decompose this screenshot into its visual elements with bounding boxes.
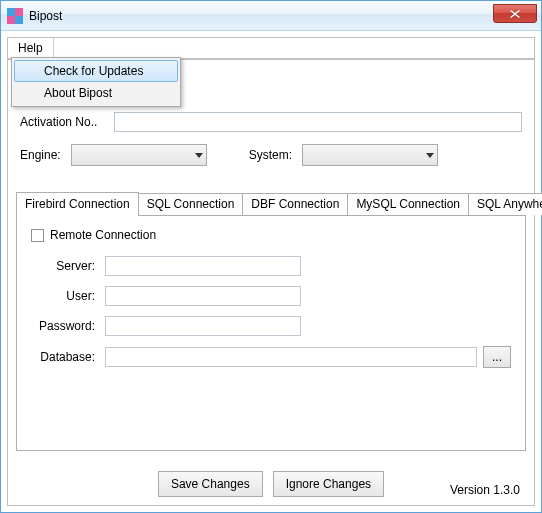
app-icon [7,8,23,24]
database-label: Database: [31,350,105,364]
user-label: User: [31,289,105,303]
connection-tabs: Firebird Connection SQL Connection DBF C… [16,192,526,451]
password-input[interactable] [105,316,301,336]
activation-label: Activation No.. [20,115,114,129]
remote-connection-checkbox[interactable] [31,229,44,242]
save-button[interactable]: Save Changes [158,471,263,497]
user-input[interactable] [105,286,301,306]
tab-mysql[interactable]: MySQL Connection [347,193,469,215]
database-input[interactable] [105,347,477,367]
activation-input[interactable] [114,112,522,132]
menu-bar: Help [7,37,535,59]
browse-button[interactable]: ... [483,346,511,368]
tab-dbf[interactable]: DBF Connection [242,193,348,215]
version-label: Version 1.3.0 [450,483,520,497]
app-window: Bipost Help Check for Updates About Bipo… [0,0,542,513]
svg-rect-1 [15,8,23,16]
server-label: Server: [31,259,105,273]
tab-firebird[interactable]: Firebird Connection [16,192,139,216]
window-title: Bipost [29,9,62,23]
menu-about[interactable]: About Bipost [14,82,178,104]
server-input[interactable] [105,256,301,276]
menu-help[interactable]: Help [8,38,54,58]
ignore-button[interactable]: Ignore Changes [273,471,384,497]
title-bar: Bipost [1,1,541,31]
password-label: Password: [31,319,105,333]
tab-sql[interactable]: SQL Connection [138,193,244,215]
engine-label: Engine: [20,148,61,162]
chevron-down-icon [426,153,434,158]
system-combo[interactable] [302,144,438,166]
menu-check-updates[interactable]: Check for Updates [14,60,178,82]
close-button[interactable] [493,4,537,23]
svg-rect-0 [7,8,15,16]
svg-rect-2 [7,16,15,24]
remote-connection-label: Remote Connection [50,228,156,242]
tab-anywhere[interactable]: SQL Anywhere [468,193,542,215]
chevron-down-icon [195,153,203,158]
svg-rect-3 [15,16,23,24]
tab-strip: Firebird Connection SQL Connection DBF C… [16,192,526,215]
tab-page-firebird: Remote Connection Server: User: Password… [16,215,526,451]
client-area: Com Activation No.. Engine: System: [7,59,535,506]
system-label: System: [249,148,292,162]
engine-combo[interactable] [71,144,207,166]
help-dropdown: Check for Updates About Bipost [11,57,181,107]
